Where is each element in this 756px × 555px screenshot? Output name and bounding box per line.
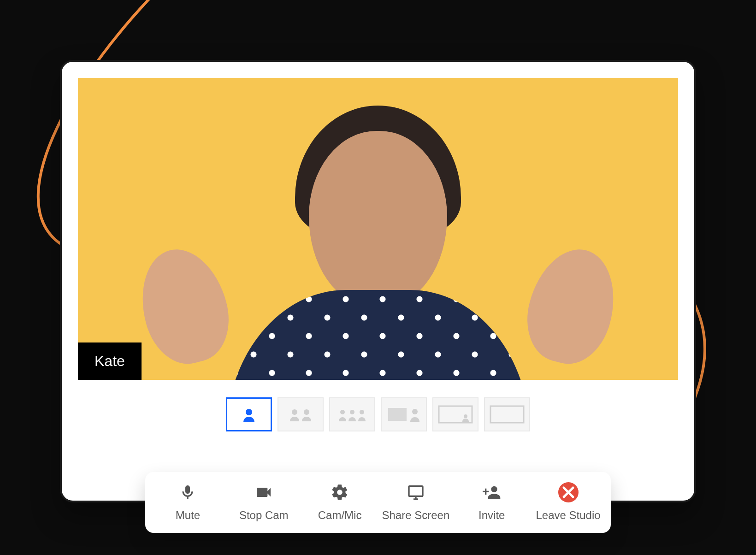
svg-rect-6	[388, 408, 407, 421]
svg-point-7	[412, 409, 418, 414]
svg-point-3	[340, 410, 345, 414]
close-circle-icon	[558, 482, 579, 502]
svg-rect-10	[490, 406, 524, 423]
invite-button[interactable]: Invite	[454, 482, 530, 522]
layout-option-screen-with-thumb[interactable]	[432, 397, 478, 431]
svg-point-2	[304, 409, 309, 415]
participant-video	[180, 78, 576, 380]
stop-cam-label: Stop Cam	[239, 509, 289, 522]
participant-name: Kate	[94, 353, 125, 369]
studio-window: Kate	[60, 60, 696, 502]
share-screen-label: Share Screen	[382, 509, 450, 522]
leave-studio-button[interactable]: Leave Studio	[530, 482, 606, 522]
leave-studio-label: Leave Studio	[536, 509, 601, 522]
cam-mic-label: Cam/Mic	[318, 509, 362, 522]
layout-option-screen-only[interactable]	[484, 397, 530, 431]
layout-option-three-up[interactable]	[329, 397, 375, 431]
mute-button[interactable]: Mute	[150, 482, 226, 522]
svg-point-5	[360, 410, 364, 414]
two-person-icon	[287, 407, 314, 421]
mute-label: Mute	[176, 509, 200, 522]
svg-point-1	[292, 409, 297, 415]
screen-thumb-icon	[437, 404, 474, 425]
svg-point-0	[246, 409, 252, 415]
screen-speaker-icon	[385, 404, 422, 425]
svg-point-9	[464, 414, 467, 418]
screen-only-icon	[489, 404, 526, 425]
svg-point-4	[350, 410, 354, 414]
single-person-icon	[240, 407, 258, 422]
invite-label: Invite	[478, 509, 505, 522]
camera-icon	[254, 482, 274, 502]
three-person-icon	[336, 407, 368, 421]
cam-mic-settings-button[interactable]: Cam/Mic	[302, 482, 378, 522]
add-user-icon	[482, 482, 502, 502]
svg-rect-11	[409, 486, 423, 496]
call-toolbar: Mute Stop Cam Cam/Mic Share Screen Invit	[145, 472, 611, 533]
screen-icon	[406, 482, 426, 502]
gear-icon	[330, 482, 350, 502]
layout-option-single[interactable]	[226, 397, 272, 431]
stop-cam-button[interactable]: Stop Cam	[226, 482, 302, 522]
layout-picker	[78, 397, 678, 431]
video-stage: Kate	[78, 78, 678, 380]
participant-name-tag: Kate	[78, 342, 142, 380]
share-screen-button[interactable]: Share Screen	[378, 482, 454, 522]
layout-option-two-up[interactable]	[278, 397, 324, 431]
layout-option-screen-with-speaker[interactable]	[381, 397, 427, 431]
mic-icon	[177, 482, 198, 502]
